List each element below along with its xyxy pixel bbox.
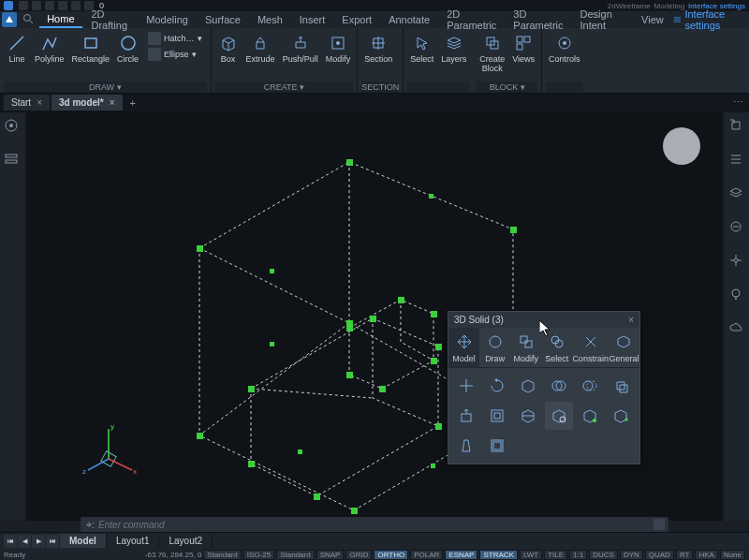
toggle-tile[interactable]: TILE xyxy=(544,550,567,560)
doctab-start[interactable]: Start × xyxy=(4,95,50,111)
palette-commands-icon[interactable] xyxy=(728,118,745,135)
tab-view[interactable]: View xyxy=(634,12,671,27)
doctab-3d-model[interactable]: 3d model* × xyxy=(51,95,123,111)
layout-nav-prev-icon[interactable]: ◀ xyxy=(18,535,31,548)
qat-print-icon[interactable] xyxy=(58,1,67,10)
toggle-strack[interactable]: STRACK xyxy=(479,550,517,560)
qat-new-icon[interactable] xyxy=(19,1,28,10)
doctabs-overflow-icon[interactable]: ⋯ xyxy=(733,96,743,109)
layout-tab-layout2[interactable]: Layout2 xyxy=(159,534,213,548)
op-fillet-edge-icon[interactable] xyxy=(545,402,573,430)
svg-point-59 xyxy=(583,381,593,391)
tool-controls[interactable]: Controls xyxy=(546,31,583,66)
tab-modeling[interactable]: Modeling xyxy=(139,12,196,27)
close-icon[interactable]: × xyxy=(628,315,634,325)
tool-hatch[interactable]: Hatch…▾ xyxy=(146,31,204,46)
op-shell-icon[interactable] xyxy=(483,402,511,430)
app-menu-button[interactable] xyxy=(2,12,17,27)
tab-mesh[interactable]: Mesh xyxy=(250,12,290,27)
layout-nav-first-icon[interactable]: ⏮ xyxy=(4,535,17,548)
palette-materials-icon[interactable] xyxy=(728,219,745,236)
tool-views[interactable]: Views xyxy=(509,31,537,66)
svg-line-2 xyxy=(10,37,23,50)
tool-layers[interactable]: Layers xyxy=(438,31,469,66)
tool-polyline[interactable]: Polyline xyxy=(32,31,67,66)
tool-extrude[interactable]: Extrude xyxy=(243,31,278,66)
view-cube[interactable] xyxy=(663,127,700,165)
structure-panel-icon[interactable] xyxy=(4,152,21,169)
palette-cloud-icon[interactable] xyxy=(728,320,745,337)
quad-tab-general[interactable]: General xyxy=(609,328,639,367)
tab-home[interactable]: Home xyxy=(39,11,81,28)
qat-save-icon[interactable] xyxy=(45,1,54,10)
palette-layers-icon[interactable] xyxy=(728,185,745,202)
ribbon-panel-view: Select Layers xyxy=(404,28,473,93)
tool-select[interactable]: Select xyxy=(407,31,436,66)
tab-annotate[interactable]: Annotate xyxy=(381,12,437,27)
tool-circle[interactable]: Circle xyxy=(114,31,141,66)
command-line[interactable]: ⌖: Enter command xyxy=(81,517,668,532)
toggle-polar[interactable]: POLAR xyxy=(410,550,443,560)
op-move-icon[interactable] xyxy=(452,372,480,400)
tool-line[interactable]: Line xyxy=(4,31,30,66)
close-icon[interactable]: × xyxy=(110,97,115,108)
interface-settings-link[interactable]: Interface settings xyxy=(673,8,747,31)
layout-nav-last-icon[interactable]: ⏭ xyxy=(46,535,59,548)
op-taper-icon[interactable] xyxy=(452,432,480,460)
op-chamfer-edge-icon[interactable] xyxy=(576,402,604,430)
layout-nav-next-icon[interactable]: ▶ xyxy=(32,535,45,548)
toggle-dyn[interactable]: DYN xyxy=(620,550,643,560)
toggle-grid[interactable]: GRID xyxy=(345,550,372,560)
op-slice-icon[interactable] xyxy=(514,402,542,430)
tool-modify[interactable]: Modify xyxy=(323,31,354,66)
status-textstyle[interactable]: Standard xyxy=(203,550,241,560)
tool-rectangle[interactable]: Rectangle xyxy=(69,31,113,66)
box-icon xyxy=(218,33,239,53)
op-rotate-icon[interactable] xyxy=(483,372,511,400)
tool-ellipse[interactable]: Ellipse▾ xyxy=(146,47,204,62)
tips-icon[interactable] xyxy=(4,118,21,135)
command-history-icon[interactable] xyxy=(654,519,665,530)
layout-tab-layout1[interactable]: Layout1 xyxy=(107,534,160,548)
tool-section[interactable]: Section xyxy=(361,31,395,66)
op-solid-icon[interactable] xyxy=(514,372,542,400)
op-extrude-face-icon[interactable] xyxy=(452,402,480,430)
close-icon[interactable]: × xyxy=(37,97,42,108)
toggle-quad[interactable]: QUAD xyxy=(645,550,674,560)
layout-tab-model[interactable]: Model xyxy=(60,534,107,548)
toggle-hka[interactable]: HKA xyxy=(695,550,717,560)
op-union-icon[interactable] xyxy=(545,372,573,400)
add-document-tab[interactable]: + xyxy=(125,96,141,111)
quad-tab-draw[interactable]: Draw xyxy=(479,328,510,367)
toggle-lwt[interactable]: LWT xyxy=(520,550,542,560)
tab-insert[interactable]: Insert xyxy=(292,12,333,27)
viewport[interactable]: x y z 3D Solid (3) × Model Draw Modify xyxy=(26,112,723,521)
quad-tab-model[interactable]: Model xyxy=(448,328,479,367)
palette-lights-icon[interactable] xyxy=(728,287,745,303)
global-search-icon[interactable] xyxy=(22,13,34,26)
toggle-scale[interactable]: 1:1 xyxy=(569,550,587,560)
toggle-none[interactable]: None xyxy=(720,550,745,560)
op-subtract-icon[interactable] xyxy=(576,372,604,400)
op-add-solid-icon[interactable] xyxy=(607,402,635,430)
quad-tab-modify[interactable]: Modify xyxy=(510,328,541,367)
palette-properties-icon[interactable] xyxy=(728,152,745,169)
qat-undo-icon[interactable] xyxy=(71,1,81,10)
quad-tab-constrain[interactable]: Constrain xyxy=(572,328,609,367)
toggle-ortho[interactable]: ORTHO xyxy=(374,550,408,560)
tool-box[interactable]: Box xyxy=(215,31,242,66)
status-tablestyle[interactable]: Standard xyxy=(276,550,314,560)
palette-render-icon[interactable] xyxy=(728,253,745,270)
toggle-esnap[interactable]: ESNAP xyxy=(445,550,477,560)
tool-pushpull[interactable]: Push/Pull xyxy=(280,31,321,66)
op-offset-icon[interactable] xyxy=(483,432,511,460)
op-intersect-icon[interactable] xyxy=(607,372,635,400)
qat-open-icon[interactable] xyxy=(32,1,41,10)
toggle-snap[interactable]: SNAP xyxy=(316,550,345,560)
tool-create-block[interactable]: Create Block xyxy=(477,31,507,76)
toggle-ducs[interactable]: DUCS xyxy=(589,550,618,560)
status-dimstyle[interactable]: ISO-25 xyxy=(243,550,274,560)
tab-export[interactable]: Export xyxy=(334,12,379,27)
tab-surface[interactable]: Surface xyxy=(198,12,248,27)
toggle-rt[interactable]: RT xyxy=(676,550,694,560)
